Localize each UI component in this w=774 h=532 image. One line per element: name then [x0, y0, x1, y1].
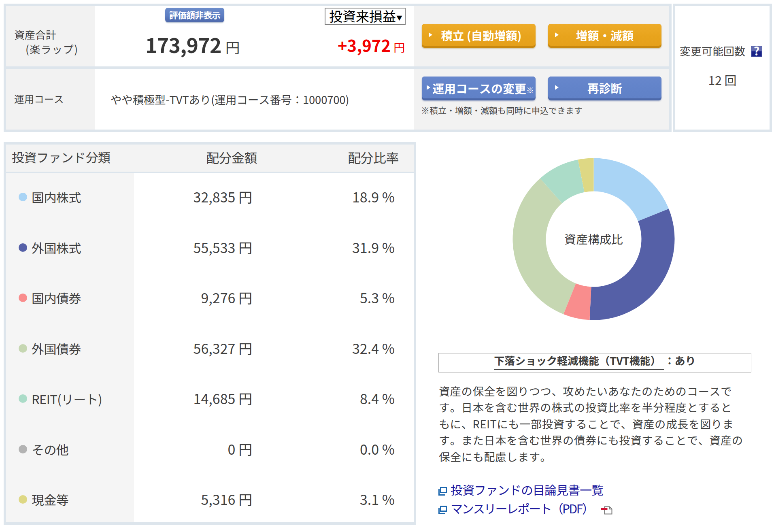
category-ratio: 8.4 % [233, 390, 395, 407]
monthly-report-link-row: マンスリーレポート（PDF） [438, 499, 612, 512]
allocation-row: 外国株式55,533 円31.9 % [6, 222, 414, 273]
button-arrow-icon [555, 32, 559, 37]
remaining-changes-panel: 変更可能回数 ? 12 回 [673, 4, 772, 132]
course-note: ※積立・増額・減額も同時に申込できます [421, 104, 583, 116]
allocation-row: その他0 円0.0 % [6, 424, 414, 475]
total-assets-label-cell: 資産合計 (楽ラップ) [6, 6, 95, 66]
category-color-dot [19, 344, 27, 353]
course-label-cell: 運用コース [6, 69, 95, 130]
window-icon [438, 487, 447, 496]
allocation-row: 国内株式32,835 円18.9 % [6, 172, 414, 222]
allocation-row: 外国債券56,327 円32.4 % [6, 323, 414, 374]
header-ratio: 配分比率 [294, 148, 452, 166]
select-arrow-icon: ▼ [396, 15, 402, 21]
header-amount: 配分金額 [153, 148, 310, 166]
category-color-dot [19, 243, 27, 252]
allocation-row: 現金等5,316 円3.1 % [6, 474, 414, 525]
profit-period-select[interactable]: 投資来損益▼ [325, 8, 406, 25]
window-icon [438, 505, 447, 515]
raku-wrap-dashboard: 資産合計 (楽ラップ) 評価額非表示 173,972円 投資来損益▼ +3,97… [0, 0, 774, 532]
course-name: やや積極型-TVTあり(運用コース番号：1000700) [111, 91, 349, 107]
category-amount: 32,835 円 [87, 188, 252, 205]
asset-composition-chart: 資産構成比 [504, 150, 683, 328]
rediagnose-button[interactable]: 再診断 [548, 77, 661, 100]
category-amount: 55,533 円 [87, 239, 252, 256]
category-color-dot [19, 193, 27, 201]
donut-segment-0 [594, 158, 669, 221]
button-arrow-icon [429, 32, 432, 37]
total-assets-value-cell: 評価額非表示 173,972円 投資来損益▼ +3,972円 [95, 6, 414, 66]
zougaku-button[interactable]: 増額・減額 [548, 24, 661, 48]
prospectus-link[interactable]: 投資ファンドの目論見書一覧 [451, 481, 603, 498]
help-icon[interactable]: ? [751, 46, 762, 57]
category-label: 外国債券 [32, 340, 81, 357]
description-line: 資産の保全を図りつつ、攻めたいあなたのためのコースで [439, 383, 732, 399]
description-line: す。また日本を含む世界の債券にも投資することで、資産の [439, 432, 743, 448]
button-arrow-icon [555, 85, 559, 90]
category-ratio: 3.1 % [233, 491, 395, 508]
course-description: 資産の保全を図りつつ、攻めたいあなたのためのコースです。日本を含む世界の株式の投… [439, 383, 767, 464]
category-amount: 56,327 円 [87, 340, 252, 357]
description-line: す。日本を含む世界の株式の投資比率を半分程度とすると [439, 399, 732, 415]
category-amount: 9,276 円 [87, 289, 252, 306]
donut-center-label: 資産構成比 [504, 230, 683, 247]
category-color-dot [19, 294, 27, 302]
total-assets-label: 資産合計 (楽ラップ) [14, 27, 79, 56]
description-line: 保全にも配慮します。 [439, 448, 551, 464]
category-label: 国内株式 [32, 189, 81, 206]
course-actions-cell: 運用コースの変更※ 再診断 ※積立・増額・減額も同時に申込できます [414, 69, 669, 130]
tsumitate-button[interactable]: 積立 (自動増額) [422, 24, 536, 48]
category-ratio: 5.3 % [233, 289, 395, 306]
pdf-icon [600, 506, 612, 515]
course-change-button[interactable]: 運用コースの変更※ [422, 77, 536, 100]
category-color-dot [19, 445, 27, 453]
gain-unit: 円 [393, 39, 405, 55]
remaining-changes-count: 12 回 [675, 71, 770, 89]
monthly-report-link[interactable]: マンスリーレポート（PDF） [451, 499, 593, 517]
allocation-row: REIT(リート)14,685 円8.4 % [6, 373, 414, 424]
category-amount: 14,685 円 [87, 390, 252, 407]
category-label: 外国株式 [32, 239, 81, 256]
category-ratio: 18.9 % [233, 188, 395, 205]
gain-amount: +3,972円 [95, 37, 414, 53]
course-label: 運用コース [14, 92, 64, 106]
header-category: 投資ファンド分類 [12, 148, 110, 166]
category-color-dot [19, 495, 27, 504]
category-amount: 5,316 円 [87, 491, 252, 508]
button-arrow-icon [427, 85, 430, 90]
svg-text:?: ? [754, 46, 759, 57]
summary-panel: 資産合計 (楽ラップ) 評価額非表示 173,972円 投資来損益▼ +3,97… [4, 4, 672, 132]
remaining-changes-label: 変更可能回数 [680, 43, 745, 59]
category-amount: 0 円 [87, 440, 252, 458]
category-ratio: 32.4 % [233, 340, 395, 357]
category-ratio: 31.9 % [233, 239, 395, 256]
donut-segment-1 [589, 209, 674, 320]
allocation-table: 投資ファンド分類 配分金額 配分比率 国内株式32,835 円18.9 %外国株… [4, 142, 416, 525]
course-value-cell: やや積極型-TVTあり(運用コース番号：1000700) [95, 69, 414, 130]
summary-actions-cell: 積立 (自動増額) 増額・減額 [414, 6, 669, 66]
tvt-feature-box: 下落ショック軽減機能（TVT機能）：あり [438, 353, 751, 372]
category-color-dot [19, 394, 27, 403]
hide-valuation-button[interactable]: 評価額非表示 [165, 8, 224, 22]
category-label: その他 [32, 441, 68, 458]
category-ratio: 0.0 % [233, 440, 395, 458]
prospectus-link-row: 投資ファンドの目論見書一覧 [438, 481, 603, 494]
description-line: もに、REITにも一部投資することで、資産の成長を図りま [439, 415, 734, 432]
category-label: 現金等 [32, 491, 68, 508]
category-label: 国内債券 [32, 289, 81, 306]
allocation-row: 国内債券9,276 円5.3 % [6, 272, 414, 323]
